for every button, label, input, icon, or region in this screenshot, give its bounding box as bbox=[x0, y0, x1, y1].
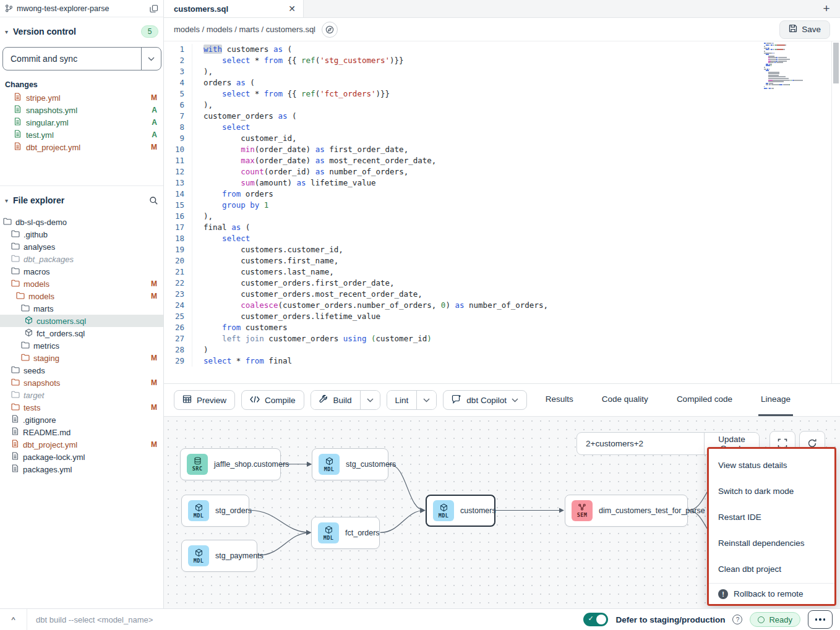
editor-minimap[interactable] bbox=[764, 43, 824, 92]
preview-button[interactable]: Preview bbox=[174, 390, 235, 410]
defer-toggle[interactable]: ✓ bbox=[583, 613, 608, 626]
node-label: jaffle_shop.customers bbox=[214, 460, 289, 469]
change-row[interactable]: dbt_project.ymlM bbox=[0, 141, 163, 153]
tree-item-snapshots[interactable]: snapshotsM bbox=[0, 377, 163, 389]
tree-item-readme-md[interactable]: README.md bbox=[0, 426, 163, 438]
line-content: with customers as ( bbox=[192, 44, 292, 55]
tree-item-macros[interactable]: macros bbox=[0, 265, 163, 278]
lint-label: Lint bbox=[395, 396, 409, 405]
changes-count-badge: 5 bbox=[141, 25, 158, 38]
node-label: stg_customers bbox=[346, 460, 396, 469]
lint-button[interactable]: Lint bbox=[387, 391, 417, 409]
tree-item-dbt-project-yml[interactable]: dbt_project.ymlM bbox=[0, 438, 163, 451]
tree-item-marts[interactable]: marts bbox=[0, 302, 163, 315]
line-content: select bbox=[192, 122, 250, 133]
tree-item-models[interactable]: modelsM bbox=[0, 290, 163, 302]
line-number: 24 bbox=[164, 300, 192, 311]
status-badge: Ready bbox=[750, 612, 800, 627]
compile-button[interactable]: Compile bbox=[241, 390, 304, 410]
lineage-node-jaffle[interactable]: SRCjaffle_shop.customers bbox=[180, 448, 281, 480]
model-cube-icon bbox=[25, 328, 33, 339]
more-options-button[interactable] bbox=[808, 610, 833, 629]
menu-item-view-status-details[interactable]: View status details bbox=[709, 452, 834, 478]
line-content: customer_orders.most_recent_order_date, bbox=[192, 289, 422, 300]
code-line-11: 11 max(order_date) as most_recent_order_… bbox=[164, 155, 831, 166]
tab-customers-sql[interactable]: customers.sql ✕ bbox=[164, 0, 304, 17]
tree-item-name: analyses bbox=[24, 242, 157, 252]
tree-item-seeds[interactable]: seeds bbox=[0, 364, 163, 377]
tree-item-fct-orders-sql[interactable]: fct_orders.sql bbox=[0, 327, 163, 339]
tree-item-packages-yml[interactable]: packages.yml bbox=[0, 463, 163, 475]
lineage-node-customers[interactable]: MDLcustomers bbox=[426, 495, 495, 527]
lineage-edge bbox=[258, 532, 311, 555]
menu-item-reinstall-dependencies[interactable]: Reinstall dependencies bbox=[709, 530, 834, 556]
lineage-node-stg_payments[interactable]: MDLstg_payments bbox=[181, 540, 257, 572]
tree-item--github[interactable]: .github bbox=[0, 228, 163, 241]
tree-item-tests[interactable]: testsM bbox=[0, 401, 163, 414]
commit-and-sync-button[interactable]: Commit and sync bbox=[2, 47, 161, 70]
line-number: 21 bbox=[164, 266, 192, 278]
folder-icon bbox=[11, 242, 20, 252]
copy-branch-button[interactable] bbox=[150, 4, 158, 13]
code-line-8: 8 select bbox=[164, 122, 831, 133]
tab-results[interactable]: Results bbox=[543, 384, 576, 416]
help-icon[interactable]: ? bbox=[732, 615, 742, 624]
new-tab-button[interactable]: + bbox=[813, 0, 840, 17]
change-row[interactable]: stripe.ymlM bbox=[0, 92, 163, 104]
lineage-node-stg_orders[interactable]: MDLstg_orders bbox=[181, 495, 249, 527]
folder-icon bbox=[11, 230, 20, 239]
dbt-copilot-button[interactable]: dbt Copilot bbox=[443, 390, 527, 410]
line-number: 17 bbox=[164, 222, 192, 233]
change-row[interactable]: singular.ymlA bbox=[0, 116, 163, 129]
tab-compiled-code[interactable]: Compiled code bbox=[674, 384, 735, 416]
lint-dropdown[interactable] bbox=[416, 391, 436, 409]
tree-item-target[interactable]: target bbox=[0, 389, 163, 401]
scrollbar-thumb[interactable] bbox=[833, 43, 839, 83]
breadcrumb: models / models / marts / customers.sql bbox=[174, 25, 315, 34]
tree-item-dbt-packages[interactable]: dbt_packages bbox=[0, 253, 163, 265]
line-content: customer_orders as ( bbox=[192, 111, 297, 122]
line-number: 13 bbox=[164, 177, 192, 189]
menu-item-restart-ide[interactable]: Restart IDE bbox=[709, 504, 834, 530]
file-explorer-header[interactable]: ▾ File explorer bbox=[0, 190, 163, 211]
tree-item-analyses[interactable]: analyses bbox=[0, 241, 163, 253]
tree-item-name: README.md bbox=[23, 428, 157, 437]
change-row[interactable]: test.ymlA bbox=[0, 129, 163, 141]
compass-icon[interactable] bbox=[322, 22, 338, 38]
expand-command-bar-button[interactable]: ^ bbox=[0, 609, 27, 630]
close-tab-icon[interactable]: ✕ bbox=[288, 4, 296, 14]
code-line-7: 7customer_orders as ( bbox=[164, 111, 831, 122]
line-number: 16 bbox=[164, 211, 192, 222]
menu-item-rollback-to-remote[interactable]: ! Rollback to remote bbox=[709, 584, 834, 604]
build-dropdown[interactable] bbox=[360, 391, 380, 409]
tree-item-status: M bbox=[151, 378, 157, 387]
search-icon[interactable] bbox=[149, 196, 158, 205]
line-content: from customers bbox=[192, 322, 287, 333]
tab-code-quality[interactable]: Code quality bbox=[599, 384, 651, 416]
changes-label: Changes bbox=[0, 72, 163, 92]
code-editor[interactable]: 1with customers as (2 select * from {{ r… bbox=[164, 41, 840, 384]
tree-item-metrics[interactable]: metrics bbox=[0, 339, 163, 352]
code-line-16: 16), bbox=[164, 211, 831, 222]
editor-scrollbar[interactable] bbox=[831, 41, 840, 383]
tab-lineage[interactable]: Lineage bbox=[758, 384, 793, 416]
tree-item-models[interactable]: modelsM bbox=[0, 278, 163, 290]
commit-options-dropdown[interactable] bbox=[141, 48, 161, 70]
lineage-node-fct_orders[interactable]: MDLfct_orders bbox=[311, 517, 380, 549]
command-input-placeholder[interactable]: dbt build --select <model_name> bbox=[27, 615, 583, 624]
lineage-node-dim[interactable]: SEMdim_customers_test_for_parse bbox=[565, 495, 688, 527]
tree-item-staging[interactable]: stagingM bbox=[0, 352, 163, 364]
table-icon bbox=[182, 394, 192, 406]
tree-item-db-sl-qs-demo[interactable]: db-sl-qs-demo bbox=[0, 216, 163, 228]
version-control-header[interactable]: ▾ Version control 5 bbox=[0, 21, 163, 42]
menu-item-switch-to-dark-mode[interactable]: Switch to dark mode bbox=[709, 478, 834, 504]
tree-item--gitignore[interactable]: .gitignore bbox=[0, 414, 163, 426]
build-button[interactable]: Build bbox=[311, 391, 360, 409]
menu-item-clean-dbt-project[interactable]: Clean dbt project bbox=[709, 556, 834, 582]
save-button[interactable]: Save bbox=[779, 20, 830, 39]
change-row[interactable]: snapshots.ymlA bbox=[0, 104, 163, 116]
lineage-selector-input[interactable] bbox=[577, 433, 704, 454]
lineage-node-stg_customers[interactable]: MDLstg_customers bbox=[312, 448, 388, 480]
tree-item-package-lock-yml[interactable]: package-lock.yml bbox=[0, 451, 163, 463]
tree-item-customers-sql[interactable]: customers.sql bbox=[0, 315, 163, 327]
